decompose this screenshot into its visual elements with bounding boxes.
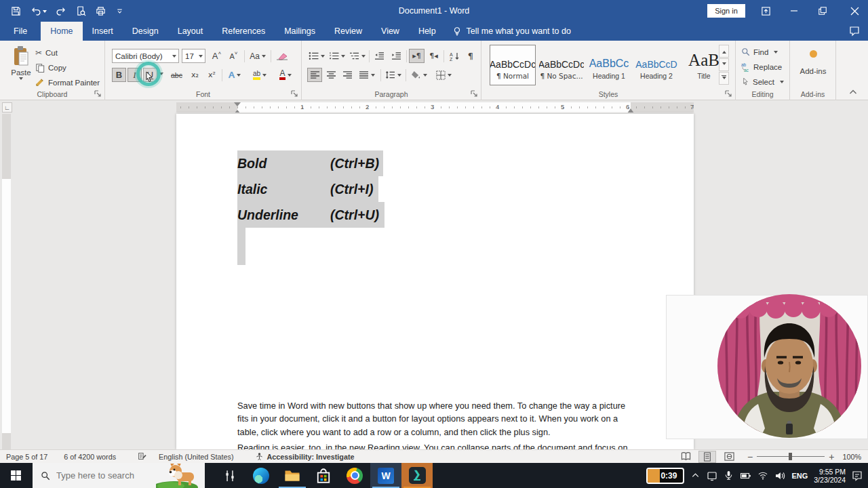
zoom-out-button[interactable]: −	[747, 451, 753, 462]
addins-button[interactable]: Add-ins	[795, 50, 831, 75]
web-layout-button[interactable]	[720, 451, 738, 463]
tab-help[interactable]: Help	[409, 22, 446, 41]
align-right-button[interactable]	[340, 68, 355, 82]
strikethrough-button[interactable]: abc	[167, 68, 186, 82]
styles-gallery-more[interactable]	[719, 72, 729, 85]
styles-scroll-down[interactable]	[719, 58, 729, 71]
selected-line-italic[interactable]: Italic (Ctrl+I)	[237, 176, 378, 202]
battery-icon[interactable]	[740, 470, 751, 481]
zoom-slider-thumb[interactable]	[789, 453, 792, 460]
style-no-spacing[interactable]: AaBbCcDc ¶ No Spac...	[538, 45, 585, 85]
hanging-indent-marker[interactable]	[234, 106, 241, 113]
shading-button[interactable]	[408, 68, 430, 82]
rtl-direction-button[interactable]: ¶◂	[426, 49, 441, 63]
proofing-status[interactable]	[132, 450, 153, 463]
document-page[interactable]: Bold (Ctrl+B) Italic (Ctrl+I) Underline …	[176, 114, 694, 449]
body-paragraph-clipped[interactable]: Reading is easier, too, in the new Readi…	[237, 441, 639, 449]
zoom-level[interactable]: 100%	[842, 453, 861, 461]
find-button[interactable]: Find	[741, 47, 778, 56]
format-painter-button[interactable]: Format Painter	[35, 78, 100, 87]
input-language[interactable]: ENG	[791, 472, 808, 480]
tab-insert[interactable]: Insert	[83, 22, 123, 41]
body-paragraph[interactable]: Save time in Word with new buttons that …	[237, 399, 629, 439]
task-view-button[interactable]	[214, 463, 245, 488]
vertical-ruler[interactable]	[2, 114, 11, 449]
restore-button[interactable]	[811, 0, 834, 22]
copy-button[interactable]: Copy	[35, 63, 66, 73]
cut-button[interactable]: ✂Cut	[35, 48, 58, 58]
feedback-button[interactable]	[849, 26, 860, 37]
paragraph-dialog-launcher[interactable]	[471, 90, 478, 98]
quick-print-icon[interactable]	[96, 6, 106, 16]
tab-selector[interactable]: ∟	[2, 102, 12, 113]
search-input[interactable]	[56, 470, 158, 481]
paste-button[interactable]: Paste	[8, 46, 34, 82]
start-button[interactable]	[0, 463, 31, 488]
tab-home[interactable]: Home	[41, 22, 82, 41]
edge-button[interactable]	[245, 463, 277, 488]
read-mode-button[interactable]	[677, 451, 694, 463]
bullets-button[interactable]	[307, 49, 326, 63]
ribbon-display-options-button[interactable]	[754, 0, 777, 22]
numbering-button[interactable]	[328, 49, 347, 63]
horizontal-ruler[interactable]: 1 2 3 4 5 6 7	[176, 102, 694, 113]
styles-scroll-up[interactable]	[719, 45, 729, 58]
save-icon[interactable]	[11, 6, 21, 16]
style-heading2[interactable]: AaBbCcD Heading 2	[633, 45, 679, 85]
styles-dialog-launcher[interactable]	[725, 90, 732, 98]
store-button[interactable]	[308, 463, 339, 488]
select-button[interactable]: Select	[741, 77, 784, 86]
grow-font-button[interactable]: A˄	[209, 49, 224, 63]
font-size-combo[interactable]: 17	[182, 49, 205, 63]
sign-in-button[interactable]: Sign in	[707, 4, 745, 18]
page-indicator[interactable]: Page 5 of 17	[0, 450, 54, 463]
font-color-button[interactable]: A	[275, 68, 296, 82]
language-indicator[interactable]: English (United States)	[153, 450, 239, 463]
tell-me-box[interactable]: Tell me what you want to do	[452, 22, 571, 41]
tab-design[interactable]: Design	[123, 22, 168, 41]
print-preview-icon[interactable]	[76, 6, 86, 16]
change-case-button[interactable]: Aa	[247, 49, 269, 63]
justify-button[interactable]	[356, 68, 378, 82]
hidden-icons-chevron[interactable]	[690, 470, 701, 481]
style-heading1[interactable]: AaBbCc Heading 1	[586, 45, 632, 85]
redo-icon[interactable]	[56, 6, 66, 16]
zoom-slider[interactable]	[757, 456, 825, 457]
line-spacing-button[interactable]	[383, 68, 403, 82]
close-button[interactable]	[843, 0, 866, 22]
replace-button[interactable]: abacReplace	[741, 62, 782, 72]
shrink-font-button[interactable]: A˅	[226, 49, 241, 63]
font-family-combo[interactable]: Calibri (Body)	[112, 49, 179, 63]
clipboard-dialog-launcher[interactable]	[94, 90, 102, 98]
taskbar-search[interactable]	[33, 463, 205, 488]
selected-line-bold[interactable]: Bold (Ctrl+B)	[237, 150, 383, 176]
chrome-button[interactable]	[339, 463, 370, 488]
show-formatting-button[interactable]: ¶	[464, 49, 477, 63]
bold-button[interactable]: B	[112, 68, 126, 82]
tab-view[interactable]: View	[372, 22, 409, 41]
microphone-icon[interactable]	[724, 470, 734, 481]
selected-line-underline[interactable]: Underline (Ctrl+U)	[237, 202, 384, 228]
word-taskbar-button[interactable]: W	[370, 463, 401, 488]
font-dialog-launcher[interactable]	[291, 90, 298, 98]
customize-qat-icon[interactable]	[115, 7, 124, 16]
decrease-indent-button[interactable]	[372, 49, 387, 63]
multilevel-list-button[interactable]	[348, 49, 367, 63]
clear-formatting-button[interactable]	[273, 49, 291, 63]
zoom-in-button[interactable]: +	[829, 451, 834, 462]
recorder-button[interactable]: ❯	[401, 463, 433, 488]
print-layout-button[interactable]	[698, 451, 716, 463]
align-center-button[interactable]	[323, 68, 338, 82]
sort-button[interactable]: AZ	[446, 49, 462, 63]
word-count[interactable]: 6 of 4200 words	[58, 450, 122, 463]
tab-references[interactable]: References	[212, 22, 275, 41]
ltr-direction-button[interactable]: ▸¶	[409, 49, 425, 63]
undo-button[interactable]	[31, 6, 47, 16]
minimize-button[interactable]	[783, 0, 806, 22]
action-center-icon[interactable]	[852, 470, 863, 481]
text-effects-button[interactable]: A	[224, 68, 245, 82]
taskbar-clock[interactable]: 9:55 PM 3/23/2024	[814, 468, 846, 484]
tab-review[interactable]: Review	[325, 22, 372, 41]
right-indent-marker[interactable]	[627, 105, 634, 113]
style-normal[interactable]: AaBbCcDc ¶ Normal	[490, 45, 536, 85]
